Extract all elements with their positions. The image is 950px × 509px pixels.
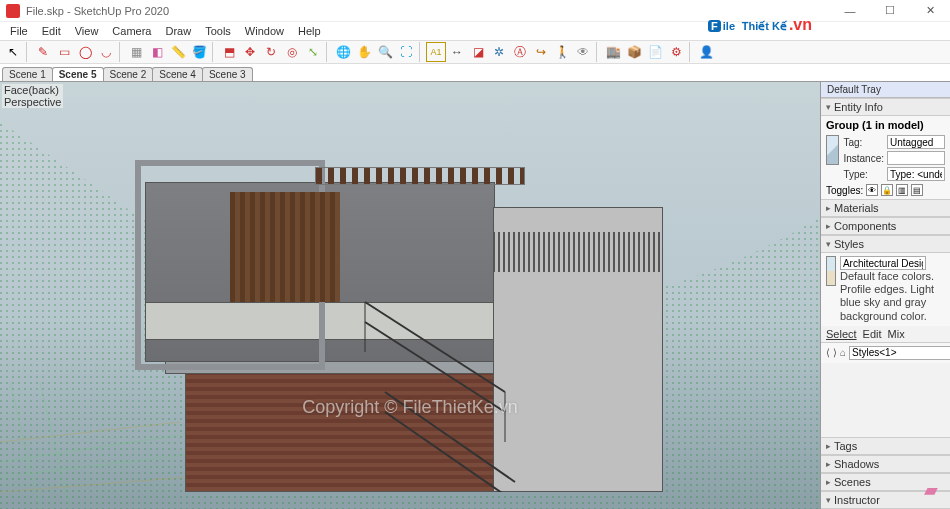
tags-header[interactable]: ▸ Tags: [821, 437, 950, 455]
styles-panel: Default face colors. Profile edges. Ligh…: [821, 253, 950, 326]
shadows-header[interactable]: ▸ Shadows: [821, 455, 950, 473]
styles-tab-mix[interactable]: Mix: [888, 328, 905, 340]
zoom-tool-icon[interactable]: 🔍: [375, 42, 395, 62]
scene-tab-4[interactable]: Scene 4: [152, 67, 203, 81]
select-tool-icon[interactable]: ↖: [3, 42, 23, 62]
components-header[interactable]: ▸ Components: [821, 217, 950, 235]
tag-label: Tag:: [843, 137, 862, 148]
type-field[interactable]: [887, 167, 945, 181]
toggle-lock-icon[interactable]: 🔒: [881, 184, 893, 196]
entity-info-label: Entity Info: [834, 101, 883, 113]
menu-help[interactable]: Help: [292, 24, 327, 38]
offset-tool-icon[interactable]: ◎: [282, 42, 302, 62]
3d-viewport[interactable]: Face(back) Perspective Copyright © FileT…: [0, 82, 820, 509]
minimize-button[interactable]: —: [836, 5, 864, 17]
tags-label: Tags: [834, 440, 857, 452]
orbit-tool-icon[interactable]: 🌐: [333, 42, 353, 62]
tape-measure-icon[interactable]: 📏: [168, 42, 188, 62]
scene-tab-1[interactable]: Scene 1: [2, 67, 53, 81]
title-bar: File.skp - SketchUp Pro 2020 — ☐ ✕: [0, 0, 950, 22]
caret-right-icon: ▸: [826, 441, 831, 451]
shadows-label: Shadows: [834, 458, 879, 470]
menu-file[interactable]: File: [4, 24, 34, 38]
nav-back-icon[interactable]: ⟨: [826, 346, 830, 360]
text-tool-icon[interactable]: A1: [426, 42, 446, 62]
rectangle-tool-icon[interactable]: ▭: [54, 42, 74, 62]
instance-label: Instance:: [843, 153, 884, 164]
menu-window[interactable]: Window: [239, 24, 290, 38]
tag-field[interactable]: [887, 135, 945, 149]
style-thumbnail[interactable]: [826, 256, 836, 286]
maximize-button[interactable]: ☐: [876, 4, 904, 17]
scale-tool-icon[interactable]: ⤡: [303, 42, 323, 62]
toggle-shadows-icon[interactable]: ▥: [896, 184, 908, 196]
circle-tool-icon[interactable]: ◯: [75, 42, 95, 62]
menu-tools[interactable]: Tools: [199, 24, 237, 38]
styles-header[interactable]: ▾ Styles: [821, 235, 950, 253]
move-tool-icon[interactable]: ✥: [240, 42, 260, 62]
entity-info-header[interactable]: ▾ Entity Info: [821, 98, 950, 116]
walk-tool-icon[interactable]: 🚶: [552, 42, 572, 62]
home-icon[interactable]: ⌂: [840, 346, 846, 360]
menu-camera[interactable]: Camera: [106, 24, 157, 38]
caret-down-icon: ▾: [826, 239, 831, 249]
menu-view[interactable]: View: [69, 24, 105, 38]
styles-tab-select[interactable]: Select: [826, 328, 857, 340]
building-model: [55, 112, 675, 492]
dimension-tool-icon[interactable]: ↔: [447, 42, 467, 62]
instance-field[interactable]: [887, 151, 945, 165]
menu-draw[interactable]: Draw: [159, 24, 197, 38]
instructor-label: Instructor: [834, 494, 880, 506]
layout-icon[interactable]: 📄: [645, 42, 665, 62]
axes-tool-icon[interactable]: ✲: [489, 42, 509, 62]
scene-tab-2[interactable]: Scene 2: [103, 67, 154, 81]
scene-tab-3[interactable]: Scene 3: [202, 67, 253, 81]
materials-header[interactable]: ▸ Materials: [821, 199, 950, 217]
app-icon: [6, 4, 20, 18]
viewport-hud: Face(back) Perspective: [2, 84, 63, 108]
extension-manager-icon[interactable]: ⚙: [666, 42, 686, 62]
toggle-cast-icon[interactable]: ▤: [911, 184, 923, 196]
follow-me-icon[interactable]: ↪: [531, 42, 551, 62]
styles-path-field[interactable]: [849, 346, 950, 360]
look-around-icon[interactable]: 👁: [573, 42, 593, 62]
window-title: File.skp - SketchUp Pro 2020: [26, 5, 169, 17]
3d-text-icon[interactable]: Ⓐ: [510, 42, 530, 62]
geo-location-icon[interactable]: 👤: [696, 42, 716, 62]
svg-line-7: [365, 302, 505, 392]
section-plane-icon[interactable]: ◪: [468, 42, 488, 62]
make-component-icon[interactable]: ▦: [126, 42, 146, 62]
styles-label: Styles: [834, 238, 864, 250]
menu-bar: File Edit View Camera Draw Tools Window …: [0, 22, 950, 40]
svg-line-8: [365, 322, 505, 412]
components-label: Components: [834, 220, 896, 232]
extension-warehouse-icon[interactable]: 📦: [624, 42, 644, 62]
nav-fwd-icon[interactable]: ⟩: [833, 346, 837, 360]
scene-tab-5[interactable]: Scene 5: [52, 67, 104, 81]
styles-subtabs: Select Edit Mix: [821, 326, 950, 343]
pan-tool-icon[interactable]: ✋: [354, 42, 374, 62]
caret-right-icon: ▸: [826, 477, 831, 487]
line-tool-icon[interactable]: ✎: [33, 42, 53, 62]
push-pull-icon[interactable]: ⬒: [219, 42, 239, 62]
toggle-hidden-icon[interactable]: 👁: [866, 184, 878, 196]
paint-bucket-icon[interactable]: 🪣: [189, 42, 209, 62]
scene-tabs: Scene 1 Scene 5 Scene 2 Scene 4 Scene 3: [0, 64, 950, 82]
zoom-extents-icon[interactable]: ⛶: [396, 42, 416, 62]
style-name-field[interactable]: [840, 256, 926, 270]
eraser-tool-icon[interactable]: ◧: [147, 42, 167, 62]
main-toolbar: ↖ ✎ ▭ ◯ ◡ ▦ ◧ 📏 🪣 ⬒ ✥ ↻ ◎ ⤡ 🌐 ✋ 🔍 ⛶ A1 ↔…: [0, 40, 950, 64]
type-label: Type:: [843, 169, 867, 180]
styles-tab-edit[interactable]: Edit: [863, 328, 882, 340]
caret-right-icon: ▸: [826, 459, 831, 469]
rotate-tool-icon[interactable]: ↻: [261, 42, 281, 62]
menu-edit[interactable]: Edit: [36, 24, 67, 38]
material-swatch[interactable]: [826, 135, 839, 165]
scenes-label: Scenes: [834, 476, 871, 488]
tray-title: Default Tray: [821, 82, 950, 98]
arc-tool-icon[interactable]: ◡: [96, 42, 116, 62]
warehouse-icon[interactable]: 🏬: [603, 42, 623, 62]
materials-label: Materials: [834, 202, 879, 214]
entity-info-panel: Group (1 in model) Tag: Instance: Type:: [821, 116, 950, 199]
close-button[interactable]: ✕: [916, 4, 944, 17]
